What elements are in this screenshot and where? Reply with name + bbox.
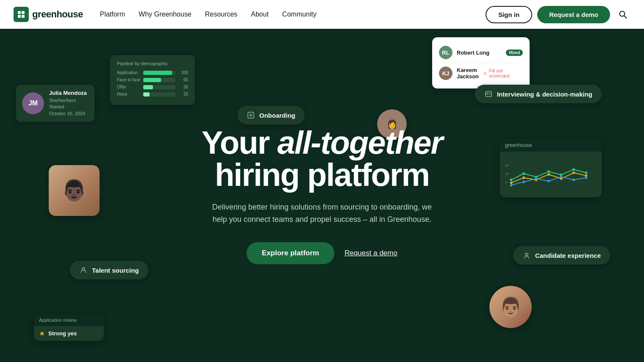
interviewing-label: Interviewing & decision-making	[497, 91, 592, 98]
talent-icon	[79, 266, 88, 274]
profile-date: October 16, 2024	[49, 111, 85, 116]
pipeline-row-application: Application 100	[117, 70, 188, 75]
pipeline-label: Application	[117, 70, 141, 75]
person-illustration-2: 👨🏽	[489, 286, 532, 328]
nav-link-resources[interactable]: Resources	[205, 9, 237, 20]
candidate-name: Kareem Jackson	[457, 67, 479, 80]
svg-point-34	[510, 184, 513, 187]
svg-point-13	[82, 268, 85, 270]
svg-point-23	[547, 170, 550, 173]
nav-right: Sign in Request a demo	[486, 6, 630, 23]
avatar-circle: RL	[439, 46, 452, 59]
svg-point-38	[560, 176, 563, 178]
analytics-card: greenhouse 0 10 20	[500, 139, 602, 197]
hero-title-italic: all-together	[277, 124, 442, 160]
hero-title-second: hiring platform	[215, 157, 429, 193]
svg-point-35	[522, 181, 525, 183]
request-demo-button-nav[interactable]: Request a demo	[537, 6, 610, 23]
pipeline-bar	[143, 71, 172, 75]
avatar-circle: JM	[22, 92, 44, 114]
pipeline-row-face: Face to face 60	[117, 77, 188, 82]
avatar-man-glasses: 👨🏿	[49, 165, 100, 216]
hero-actions: Explore platform Request a demo	[202, 242, 442, 264]
svg-text:20: 20	[505, 163, 509, 167]
svg-text:10: 10	[505, 172, 509, 176]
hero-section: Pipeline by demographic Application 100 …	[0, 0, 644, 362]
analytics-header: greenhouse	[500, 139, 602, 152]
svg-point-30	[547, 173, 550, 176]
onboarding-label: Onboarding	[259, 112, 295, 119]
nav-link-about[interactable]: About	[251, 9, 269, 20]
profile-info: Julia Mendoza She/her/hers Started Octob…	[49, 90, 87, 117]
interview-icon	[484, 90, 493, 98]
pipeline-chart-title: Pipeline by demographic	[117, 61, 188, 66]
nav-link-community[interactable]: Community	[282, 9, 316, 20]
svg-point-40	[585, 177, 588, 179]
svg-point-39	[572, 179, 575, 181]
nav-link-platform[interactable]: Platform	[100, 9, 125, 20]
explore-platform-button[interactable]: Explore platform	[247, 242, 334, 264]
svg-point-21	[522, 172, 525, 175]
app-review-card: Application review ★ Strong yes	[34, 314, 104, 341]
candidate-exp-label: Candidate experience	[535, 252, 601, 259]
navigation: greenhouse Platform Why Greenhouse Resou…	[0, 0, 644, 29]
analytics-chart: 0 10 20	[500, 152, 602, 197]
svg-line-5	[624, 16, 627, 18]
pipeline-bar	[143, 78, 161, 82]
candidate-exp-icon	[522, 251, 531, 260]
profile-name: Julia Mendoza	[49, 90, 87, 96]
request-demo-button-hero[interactable]: Request a demo	[344, 249, 397, 257]
svg-point-27	[510, 182, 513, 184]
hero-subtitle: Delivering better hiring solutions from …	[212, 201, 432, 226]
candidate-row: RL Robert Long Hired	[439, 42, 523, 63]
avatar-bottom-right: 👨🏽	[489, 286, 532, 328]
talent-sourcing-badge: Talent sourcing	[70, 261, 148, 279]
profile-avatar: JM	[22, 92, 44, 114]
nav-left: greenhouse Platform Why Greenhouse Resou…	[14, 7, 316, 22]
pipeline-bar-bg	[143, 92, 175, 97]
nav-link-why-greenhouse[interactable]: Why Greenhouse	[139, 9, 192, 20]
profile-sub: She/her/hers Started October 16, 2024	[49, 97, 87, 117]
svg-point-36	[535, 177, 538, 180]
onboarding-icon	[247, 111, 255, 119]
svg-point-25	[572, 168, 575, 171]
profile-pronoun: She/her/hers	[49, 98, 76, 103]
star-icon: ★	[39, 329, 45, 337]
hero-title-plain: Your	[202, 124, 278, 160]
candidates-card: RL Robert Long Hired KJ Kareem Jackson ⚠…	[432, 37, 530, 88]
app-review-header: Application review	[34, 314, 104, 326]
avatar-circle: KJ	[439, 66, 452, 80]
pipeline-row-offer: Offer 30	[117, 85, 188, 89]
svg-point-28	[522, 177, 525, 179]
chart-svg: 0 10 20	[505, 157, 597, 191]
svg-rect-0	[18, 11, 21, 14]
search-icon[interactable]	[615, 7, 630, 22]
pipeline-bar-bg	[143, 71, 175, 75]
pipeline-label: Face to face	[117, 77, 141, 82]
svg-point-20	[510, 179, 513, 181]
signin-button[interactable]: Sign in	[486, 6, 532, 23]
svg-point-32	[572, 171, 575, 174]
pipeline-bar-bg	[143, 78, 175, 82]
svg-rect-3	[22, 15, 25, 18]
svg-text:0: 0	[505, 180, 507, 184]
hero-center: Your all-together hiring platform Delive…	[202, 127, 442, 265]
talent-sourcing-label: Talent sourcing	[92, 267, 139, 274]
profile-card-julia: JM Julia Mendoza She/her/hers Started Oc…	[16, 85, 94, 122]
svg-rect-2	[18, 15, 21, 18]
logo[interactable]: greenhouse	[14, 7, 83, 22]
onboarding-badge: Onboarding	[237, 106, 305, 124]
svg-rect-1	[22, 11, 25, 14]
profile-status: Started	[49, 104, 64, 109]
person-illustration: 👨🏿	[49, 165, 100, 216]
pipeline-bar-bg	[143, 85, 175, 89]
logo-icon	[14, 7, 29, 22]
candidate-avatar: KJ	[439, 66, 452, 80]
app-review-body: ★ Strong yes	[34, 326, 104, 341]
svg-point-37	[547, 180, 550, 182]
candidate-avatar: RL	[439, 46, 452, 59]
app-review-rating: Strong yes	[48, 330, 77, 337]
action-badge: ⚠ Fill out scorecard	[483, 68, 523, 78]
candidate-row: KJ Kareem Jackson ⚠ Fill out scorecard	[439, 63, 523, 83]
svg-point-10	[486, 93, 488, 94]
